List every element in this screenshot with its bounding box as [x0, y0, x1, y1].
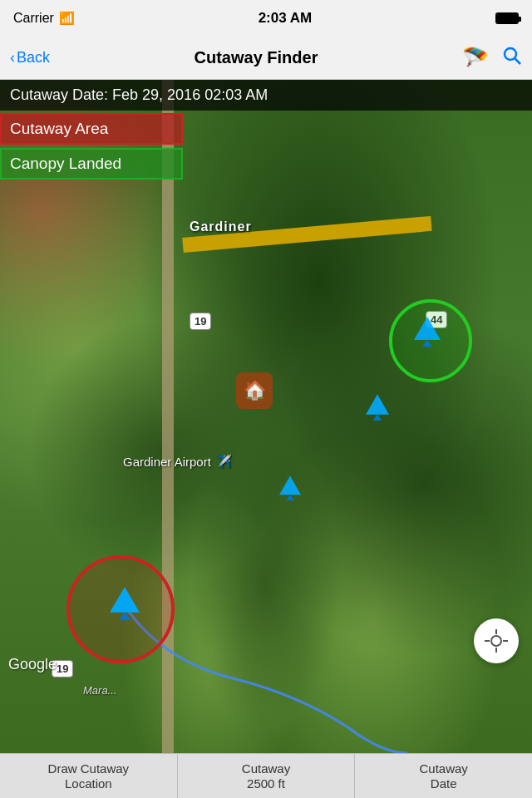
draw-cutaway-location-button[interactable]: Draw CutawayLocation — [0, 754, 178, 798]
airplane-icon: ✈️ — [216, 454, 232, 469]
nav-bar: ‹ Back Cutaway Finder 🪂 — [0, 37, 532, 80]
cutaway-distance-button[interactable]: Cutaway2500 ft — [178, 754, 356, 798]
cutaway-date-label: CutawayDate — [420, 761, 468, 791]
road-label-19-top: 19 — [190, 313, 211, 330]
svg-marker-9 — [119, 613, 131, 620]
cutaway-area-bar: Cutaway Area — [0, 113, 183, 145]
canopy-landed-bar: Canopy Landed — [0, 148, 183, 180]
nav-title: Cutaway Finder — [195, 48, 318, 67]
chevron-left-icon: ‹ — [10, 49, 15, 66]
back-label: Back — [17, 49, 50, 66]
svg-line-1 — [515, 58, 520, 64]
svg-point-0 — [505, 48, 516, 60]
canopy-chute-marker — [414, 317, 441, 347]
back-button[interactable]: ‹ Back — [10, 49, 50, 66]
parachute-icon: 🪂 — [462, 45, 489, 71]
location-button[interactable] — [474, 618, 519, 663]
mara-road-label: Mara... — [83, 684, 116, 697]
cutaway-distance-label: Cutaway2500 ft — [242, 761, 290, 791]
svg-marker-2 — [414, 317, 441, 340]
vertical-road — [162, 80, 174, 753]
city-label: Gardiner — [190, 219, 252, 234]
home-marker: 🏠 — [236, 372, 273, 409]
google-watermark: Google — [8, 656, 57, 673]
battery-icon — [495, 12, 519, 24]
svg-marker-6 — [279, 475, 301, 495]
status-time: 2:03 AM — [259, 10, 313, 27]
svg-point-10 — [491, 636, 501, 646]
status-right — [495, 12, 519, 24]
status-left: Carrier 📶 — [13, 11, 75, 26]
cutaway-date-button[interactable]: CutawayDate — [355, 754, 532, 798]
cutaway-chute-marker — [110, 587, 140, 620]
bottom-toolbar: Draw CutawayLocation Cutaway2500 ft Cuta… — [0, 753, 532, 798]
carrier-label: Carrier — [13, 11, 54, 26]
svg-marker-7 — [286, 495, 294, 500]
svg-marker-8 — [110, 587, 140, 613]
map-container[interactable]: Gardiner 19 44 19 🏠 Gardiner Airport ✈️ — [0, 80, 532, 753]
map-terrain — [0, 80, 532, 753]
svg-marker-4 — [366, 394, 389, 415]
svg-marker-5 — [373, 415, 382, 421]
cutaway-date-bar: Cutaway Date: Feb 29, 2016 02:03 AM — [0, 80, 532, 111]
search-button[interactable] — [502, 46, 522, 71]
mid-chute-marker — [366, 394, 389, 421]
status-bar: Carrier 📶 2:03 AM — [0, 0, 532, 37]
wifi-icon: 📶 — [59, 11, 75, 26]
nav-icons: 🪂 — [462, 45, 522, 71]
lower-chute-marker — [279, 475, 301, 500]
svg-marker-3 — [422, 340, 432, 347]
draw-cutaway-label: Draw CutawayLocation — [48, 761, 130, 791]
airport-label: Gardiner Airport ✈️ — [123, 454, 232, 469]
